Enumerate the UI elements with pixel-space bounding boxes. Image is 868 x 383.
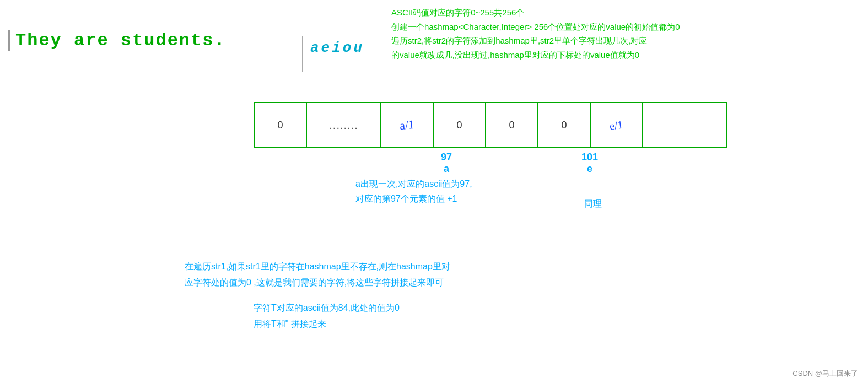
top-line1: ASCII码值对应的字符0~255共256个	[391, 6, 680, 20]
array-wrapper: 0 ........ a/1 0 0 0 e/1	[254, 102, 727, 148]
array-cell-5: 0	[538, 103, 591, 147]
array-cell-0: 0	[255, 103, 307, 147]
left-sentence: They are students.	[8, 30, 226, 51]
vertical-divider	[302, 36, 303, 72]
top-line4: 的value就改成几,没出现过,hashmap里对应的下标处的value值就为0	[391, 48, 680, 62]
label-101: 101 e	[581, 152, 598, 175]
main-container: ASCII码值对应的字符0~255共256个 创建一个hashmap<Chara…	[0, 0, 868, 383]
label-97: 97 a	[441, 152, 452, 175]
array-cell-3: 0	[434, 103, 486, 147]
array-container: 0 ........ a/1 0 0 0 e/1	[254, 102, 727, 148]
top-line3: 遍历str2,将str2的字符添加到hashmap里,str2里单个字符出现几次…	[391, 34, 680, 48]
top-line2: 创建一个hashmap<Character,Integer> 256个位置处对应…	[391, 20, 680, 34]
vowels-section: aeiou	[306, 40, 364, 56]
explain-a: a出现一次,对应的ascii值为97, 对应的第97个元素的值 +1	[355, 176, 472, 206]
array-cell-6: e/1	[591, 103, 643, 147]
array-cell-4: 0	[486, 103, 538, 147]
array-cell-2: a/1	[381, 103, 434, 147]
array-cell-1: ........	[307, 103, 381, 147]
sentence-text: They are students.	[15, 30, 226, 51]
array-cell-7	[643, 103, 726, 147]
explain-e: 同理	[584, 198, 602, 210]
vowels-text: aeiou	[310, 40, 364, 56]
footer: CSDN @马上回来了	[792, 369, 858, 379]
top-text-block: ASCII码值对应的字符0~255共256个 创建一个hashmap<Chara…	[391, 6, 680, 62]
bottom-explain: 在遍历str1,如果str1里的字符在hashmap里不存在,则在hashmap…	[185, 259, 450, 291]
bottom-sub: 字符T对应的ascii值为84,此处的值为0 用将T和" 拼接起来	[254, 300, 400, 332]
